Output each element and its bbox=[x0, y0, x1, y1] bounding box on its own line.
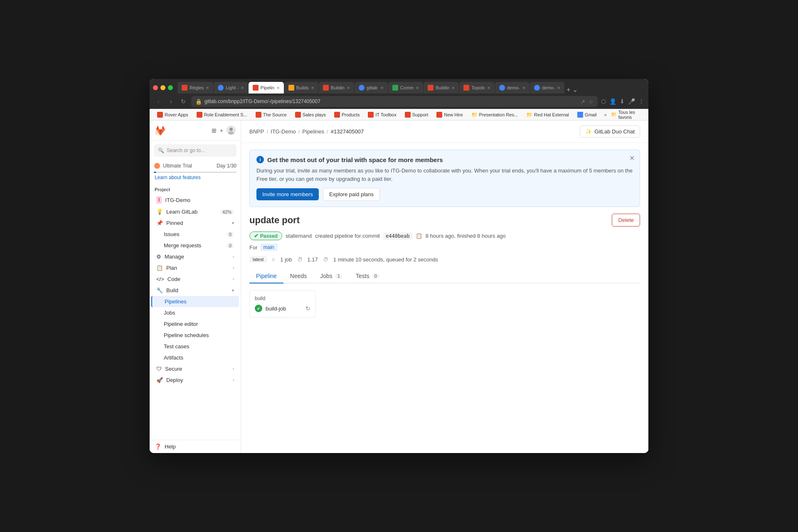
sidebar-item-merge-requests[interactable]: Merge requests 0 bbox=[151, 240, 239, 251]
tab-needs[interactable]: Needs bbox=[283, 269, 313, 283]
sidebar-item-pipeline-editor[interactable]: Pipeline editor bbox=[151, 318, 239, 330]
tab-building[interactable]: Buildin ✕ bbox=[319, 82, 354, 94]
explore-paid-plans-button[interactable]: Explore paid plans bbox=[323, 188, 380, 201]
tab-close-icon[interactable]: ✕ bbox=[416, 86, 419, 90]
sidebar-item-manage[interactable]: ⚙ Manage › bbox=[151, 251, 239, 262]
copy-icon[interactable]: 📋 bbox=[416, 233, 422, 239]
sidebar-item-deploy[interactable]: 🚀 Deploy › bbox=[151, 374, 239, 386]
sidebar-item-itg-demo[interactable]: I ITG-Demo bbox=[151, 194, 239, 206]
reload-button[interactable]: ↻ bbox=[179, 97, 188, 106]
tab-close-icon[interactable]: ✕ bbox=[487, 86, 490, 90]
minimize-traffic-light[interactable] bbox=[160, 85, 165, 90]
gitlab-logo[interactable] bbox=[155, 125, 166, 136]
bookmark-presentation[interactable]: 📁 Presentation Res... bbox=[468, 111, 522, 118]
sidebar-search[interactable]: 🔍 Search or go to... bbox=[154, 144, 236, 157]
branch-badge[interactable]: main bbox=[260, 244, 278, 251]
job-name[interactable]: build-job bbox=[266, 305, 286, 312]
sidebar-item-code[interactable]: </> Code › bbox=[151, 273, 239, 285]
tab-menu-button[interactable]: ⌄ bbox=[572, 86, 578, 94]
bookmarks-overflow[interactable]: » bbox=[602, 111, 609, 118]
learn-features-link[interactable]: Learn about features bbox=[155, 175, 236, 180]
breadcrumb-itg-demo[interactable]: ITG-Demo bbox=[271, 128, 296, 135]
tab-jobs[interactable]: Jobs 1 bbox=[313, 269, 349, 283]
sidebar-item-pipelines[interactable]: Pipelines bbox=[151, 296, 239, 307]
address-bar[interactable]: 🔒 gitlab.com/bnpp2/ITG-Demo/-/pipelines/… bbox=[191, 96, 598, 107]
sidebar-item-pipeline-schedules[interactable]: Pipeline schedules bbox=[151, 330, 239, 341]
bookmark-the-source[interactable]: The Source bbox=[252, 111, 290, 118]
chevron-right-icon: › bbox=[233, 378, 234, 382]
sidebar-item-plan[interactable]: 📋 Plan › bbox=[151, 262, 239, 273]
tab-close-icon[interactable]: ✕ bbox=[557, 86, 560, 90]
breadcrumb-pipelines[interactable]: Pipelines bbox=[302, 128, 324, 135]
tab-close-icon[interactable]: ✕ bbox=[311, 86, 314, 90]
tab-close-icon[interactable]: ✕ bbox=[206, 86, 209, 90]
sidebar-item-secure[interactable]: 🛡 Secure › bbox=[151, 363, 239, 374]
stage-block: build ✔ build-job ↻ bbox=[249, 290, 316, 318]
sidebar-item-test-cases[interactable]: Test cases bbox=[151, 341, 239, 352]
tab-builds[interactable]: Builds ✕ bbox=[284, 82, 318, 94]
menu-icon[interactable]: ⋮ bbox=[638, 98, 644, 105]
tab-light[interactable]: Light - ✕ bbox=[214, 82, 248, 94]
svg-point-3 bbox=[154, 163, 160, 169]
extensions-icon[interactable]: ⬡ bbox=[601, 98, 606, 105]
bookmark-sales-plays[interactable]: Sales plays bbox=[292, 111, 329, 118]
sidebar-panel-icon[interactable]: ⊞ bbox=[212, 127, 217, 134]
stage-title: build bbox=[255, 296, 310, 301]
trial-badge: Ultimate Trial Day 1/30 bbox=[154, 163, 236, 169]
bookmarks-folder[interactable]: 📁 Tous les favoris bbox=[611, 110, 644, 120]
tab-demo1[interactable]: demo- ✕ bbox=[495, 82, 530, 94]
breadcrumb-bnpp[interactable]: BNPP bbox=[249, 128, 264, 135]
tab-pipeline[interactable]: Pipeline bbox=[249, 269, 283, 283]
bookmark-icon[interactable]: ☆ bbox=[589, 99, 594, 105]
tab-close-icon[interactable]: ✕ bbox=[451, 86, 455, 90]
tab-title: Comm bbox=[400, 85, 414, 90]
sidebar-item-build[interactable]: 🔧 Build ▾ bbox=[151, 285, 239, 296]
bookmark-rover-apps[interactable]: Rover Apps bbox=[154, 111, 192, 118]
delete-button[interactable]: Delete bbox=[612, 214, 640, 227]
sidebar-new-icon[interactable]: + bbox=[220, 127, 223, 134]
back-button[interactable]: ‹ bbox=[154, 97, 163, 106]
bookmark-new-hire[interactable]: New Hire bbox=[433, 111, 466, 118]
sidebar-item-learn-gitlab[interactable]: 💡 Learn GitLab 42% bbox=[151, 206, 239, 217]
sidebar-item-issues[interactable]: Issues 0 bbox=[151, 229, 239, 240]
tab-gitlab[interactable]: gitlab ✕ bbox=[355, 82, 388, 94]
tab-pipeline[interactable]: Pipelin ✕ bbox=[249, 82, 284, 94]
commit-hash[interactable]: e440beab bbox=[383, 232, 412, 240]
duo-chat-button[interactable]: ✨ GitLab Duo Chat bbox=[580, 126, 640, 138]
sidebar-help-item[interactable]: ❓ Help bbox=[155, 443, 236, 450]
tab-tests[interactable]: Tests 0 bbox=[349, 269, 386, 283]
tab-close-icon[interactable]: ✕ bbox=[241, 86, 244, 90]
tab-comm[interactable]: Comm ✕ bbox=[388, 82, 423, 94]
bookmark-products[interactable]: Products bbox=[331, 111, 363, 118]
profile-icon[interactable]: 👤 bbox=[609, 98, 616, 105]
tab-buildin2[interactable]: Buildin ✕ bbox=[424, 82, 459, 94]
sidebar-item-jobs[interactable]: Jobs bbox=[151, 307, 239, 318]
bookmark-gmail[interactable]: Gmail bbox=[574, 111, 600, 118]
tab-topolo[interactable]: Topolo ✕ bbox=[459, 82, 494, 94]
forward-button[interactable]: › bbox=[166, 97, 175, 106]
tab-close-icon[interactable]: ✕ bbox=[276, 86, 280, 90]
banner-close-button[interactable]: ✕ bbox=[629, 154, 635, 162]
mic-icon[interactable]: 🎤 bbox=[628, 98, 635, 105]
sidebar-pinned-section[interactable]: 📌 Pinned ▾ bbox=[151, 217, 239, 229]
bookmark-role-enablement[interactable]: Role Enablement S... bbox=[193, 111, 251, 118]
maximize-traffic-light[interactable] bbox=[168, 85, 173, 90]
bookmark-support[interactable]: Support bbox=[401, 111, 432, 118]
tab-regles[interactable]: Règles ✕ bbox=[177, 82, 213, 94]
tab-close-icon[interactable]: ✕ bbox=[522, 86, 525, 90]
sidebar-item-artifacts[interactable]: Artifacts bbox=[151, 352, 239, 363]
close-traffic-light[interactable] bbox=[153, 85, 158, 90]
new-tab-button[interactable]: + bbox=[566, 86, 570, 94]
invite-members-button[interactable]: Invite more members bbox=[256, 188, 319, 200]
trial-progress-fill bbox=[154, 172, 156, 173]
share-icon[interactable]: ↗ bbox=[581, 99, 585, 105]
tab-close-icon[interactable]: ✕ bbox=[347, 86, 350, 90]
bookmark-it-toolbox[interactable]: IT Toolbox bbox=[365, 111, 399, 118]
bookmark-red-hat[interactable]: 📁 Red Hat External bbox=[523, 111, 572, 118]
tab-close-icon[interactable]: ✕ bbox=[380, 86, 384, 90]
job-retry-icon[interactable]: ↻ bbox=[305, 305, 310, 312]
latest-badge: latest bbox=[249, 256, 267, 263]
download-icon[interactable]: ⬇ bbox=[620, 98, 625, 105]
sidebar-avatar-icon[interactable] bbox=[227, 126, 236, 136]
tab-demo2[interactable]: demo- ✕ bbox=[530, 82, 564, 94]
